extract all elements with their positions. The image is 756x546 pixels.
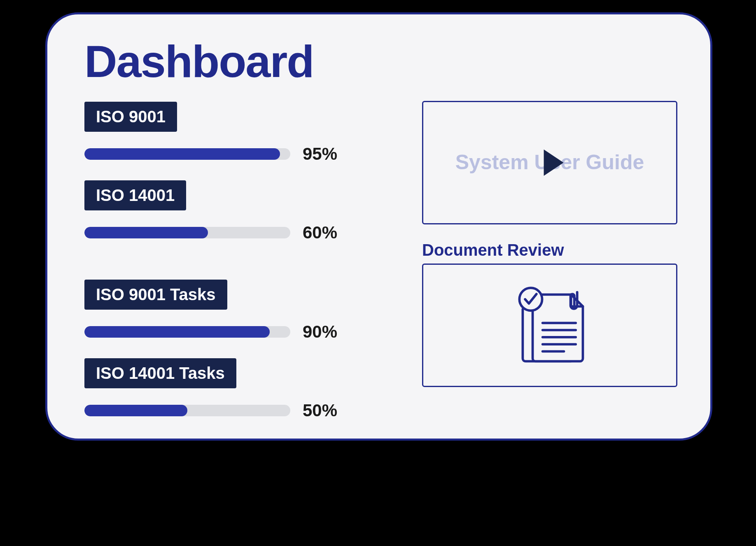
- progress-bar-fill: [84, 405, 187, 416]
- progress-bar-fill: [84, 148, 280, 160]
- progress-label-pill: ISO 14001 Tasks: [84, 358, 236, 388]
- progress-bar-track: [84, 148, 290, 160]
- progress-bar-fill: [84, 227, 208, 238]
- left-column: Dashboard ISO 9001 95% ISO 14001 60%: [84, 35, 397, 418]
- document-check-icon: [502, 278, 597, 373]
- document-review-label: Document Review: [422, 241, 677, 259]
- play-icon[interactable]: [544, 149, 564, 176]
- progress-bar-row: 60%: [84, 223, 397, 243]
- progress-item: ISO 14001 60%: [84, 180, 397, 243]
- progress-label-pill: ISO 14001: [84, 180, 186, 210]
- document-review-panel[interactable]: [422, 264, 677, 387]
- progress-percent: 60%: [303, 223, 337, 243]
- progress-label-pill: ISO 9001: [84, 102, 177, 132]
- progress-bar-track: [84, 227, 290, 238]
- progress-bar-row: 50%: [84, 401, 397, 420]
- document-review-section: Document Review: [422, 241, 677, 387]
- dashboard-card: Dashboard ISO 9001 95% ISO 14001 60%: [45, 12, 712, 441]
- progress-group-1: ISO 9001 95% ISO 14001 60%: [84, 102, 397, 259]
- page-title: Dashboard: [84, 35, 397, 87]
- progress-item: ISO 9001 95%: [84, 102, 397, 164]
- progress-label-pill: ISO 9001 Tasks: [84, 280, 227, 310]
- right-column: System User Guide Document Review: [422, 35, 677, 418]
- progress-percent: 50%: [303, 401, 337, 420]
- system-user-guide-panel[interactable]: System User Guide: [422, 101, 677, 224]
- progress-bar-fill: [84, 326, 270, 338]
- progress-group-2: ISO 9001 Tasks 90% ISO 14001 Tasks 50%: [84, 280, 397, 437]
- progress-percent: 95%: [303, 144, 337, 164]
- progress-item: ISO 9001 Tasks 90%: [84, 280, 397, 342]
- progress-bar-track: [84, 405, 290, 416]
- progress-bar-row: 95%: [84, 144, 397, 164]
- progress-item: ISO 14001 Tasks 50%: [84, 358, 397, 420]
- progress-bar-row: 90%: [84, 322, 397, 342]
- progress-bar-track: [84, 326, 290, 338]
- progress-percent: 90%: [303, 322, 337, 342]
